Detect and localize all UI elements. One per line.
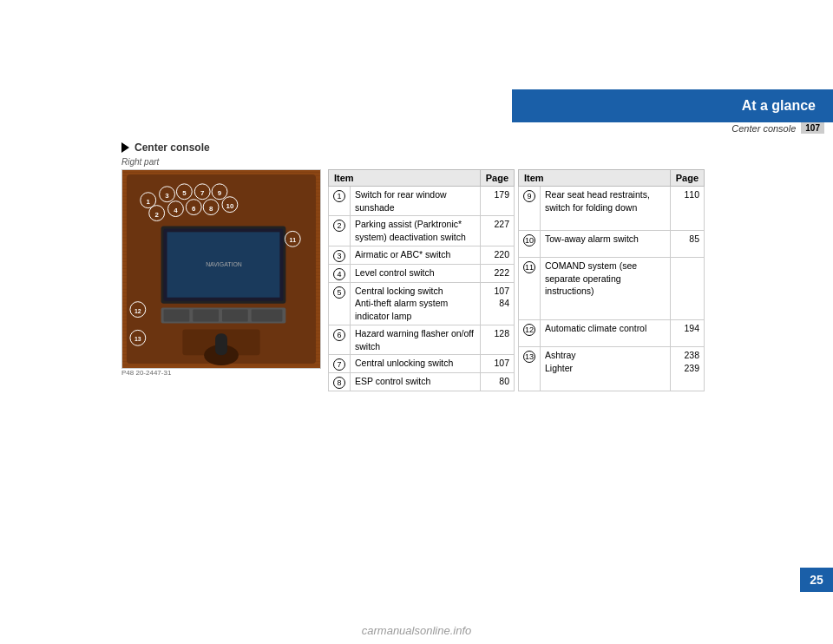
item-num: 5 [333, 286, 345, 299]
item-num: 6 [333, 329, 345, 341]
page-num: 110 [670, 187, 704, 231]
tables-container: Item Page 1 Switch for rear window sunsh… [328, 169, 705, 391]
item-num: 10 [523, 234, 535, 246]
footer-watermark: carmanualsonline.info [362, 624, 471, 637]
table-left: Item Page 1 Switch for rear window sunsh… [328, 169, 515, 391]
svg-text:5: 5 [182, 189, 187, 197]
page-num: 194 [670, 320, 704, 347]
item-text: Central unlocking switch [351, 355, 481, 373]
header-banner: At a glance [512, 89, 833, 122]
svg-text:6: 6 [192, 205, 196, 213]
svg-text:11: 11 [289, 237, 296, 243]
page-num [670, 257, 704, 320]
sub-header-text: Center console [731, 123, 796, 134]
item-text: Hazard warning flasher on/off switch [351, 325, 481, 354]
item-text: Rear seat head restraints, switch for fo… [541, 187, 671, 231]
svg-text:3: 3 [165, 192, 169, 200]
section-heading-text: Center console [134, 141, 210, 154]
table-row: 7 Central unlocking switch 107 [329, 355, 515, 373]
triangle-icon [121, 142, 129, 153]
page-num: 128 [480, 325, 514, 354]
table-row: 13 AshtrayLighter 238239 [519, 347, 705, 391]
item-num: 1 [333, 190, 345, 202]
table-row: 5 Central locking switchAnti-theft alarm… [329, 282, 515, 325]
item-text: Switch for rear window sunshade [351, 187, 481, 216]
item-text: Automatic climate control [541, 320, 671, 347]
page-badge: 25 [800, 568, 833, 592]
sub-header: Center console 107 [512, 122, 833, 134]
item-text: Tow-away alarm switch [541, 230, 671, 257]
table-right-item-header: Item [519, 170, 671, 187]
svg-text:7: 7 [200, 189, 205, 197]
item-text: Airmatic or ABC* switch [351, 246, 481, 264]
item-text: ESP control switch [351, 373, 481, 391]
page-num: 179 [480, 187, 514, 216]
page-num: 227 [480, 216, 514, 246]
svg-text:12: 12 [134, 308, 141, 314]
table-row: 10 Tow-away alarm switch 85 [519, 230, 705, 257]
page-num: 80 [480, 373, 514, 391]
item-num: 9 [523, 190, 535, 202]
item-num: 7 [333, 358, 345, 371]
table-row: 6 Hazard warning flasher on/off switch 1… [329, 325, 515, 354]
item-text: AshtrayLighter [541, 347, 671, 391]
table-left-item-header: Item [329, 170, 481, 187]
page-num: 10784 [480, 282, 514, 325]
item-num: 3 [333, 250, 345, 262]
item-num: 13 [523, 351, 535, 363]
item-num: 12 [523, 324, 535, 336]
table-right: Item Page 9 Rear seat head restraints, s… [518, 169, 705, 391]
page-num: 238239 [670, 347, 704, 391]
svg-rect-35 [252, 310, 283, 322]
svg-text:8: 8 [209, 205, 213, 213]
table-row: 1 Switch for rear window sunshade 179 [329, 187, 515, 216]
svg-text:4: 4 [174, 207, 178, 214]
svg-text:2: 2 [154, 211, 159, 219]
header-title: At a glance [742, 98, 816, 114]
table-row: 9 Rear seat head restraints, switch for … [519, 187, 705, 231]
svg-text:10: 10 [226, 202, 234, 210]
item-num: 2 [333, 220, 345, 232]
page-num: 85 [670, 230, 704, 257]
svg-text:1: 1 [147, 198, 151, 206]
item-text: Central locking switchAnti-theft alarm s… [351, 282, 481, 325]
table-row: 11 COMAND system (see separate operating… [519, 257, 705, 320]
item-num: 4 [333, 268, 345, 280]
item-text: COMAND system (see separate operating in… [541, 257, 671, 320]
table-row: 8 ESP control switch 80 [329, 373, 515, 391]
item-text: Parking assist (Parktronic* system) deac… [351, 216, 481, 246]
table-right-page-header: Page [670, 170, 704, 187]
image-caption: P48 20-2447-31 [121, 369, 171, 377]
svg-rect-42 [215, 333, 227, 355]
page-num: 222 [480, 264, 514, 282]
item-num: 11 [523, 261, 535, 273]
table-left-page-header: Page [480, 170, 514, 187]
svg-rect-34 [222, 310, 248, 322]
table-row: 4 Level control switch 222 [329, 264, 515, 282]
table-row: 12 Automatic climate control 194 [519, 320, 705, 347]
svg-text:13: 13 [134, 336, 141, 342]
section-heading: Center console [121, 141, 210, 154]
page-num: 107 [480, 355, 514, 373]
table-row: 3 Airmatic or ABC* switch 220 [329, 246, 515, 264]
svg-rect-32 [164, 310, 190, 322]
svg-rect-33 [193, 310, 219, 322]
page-num: 220 [480, 246, 514, 264]
image-label: Right part [121, 157, 159, 167]
item-text: Level control switch [351, 264, 481, 282]
item-num: 8 [333, 377, 345, 389]
table-row: 2 Parking assist (Parktronic* system) de… [329, 216, 515, 246]
svg-text:9: 9 [218, 189, 222, 197]
svg-text:NAVIGATION: NAVIGATION [206, 261, 242, 267]
sub-header-badge: 107 [801, 122, 824, 134]
dashboard-image: 1 3 5 7 9 2 4 6 8 10 NAVIGATION [121, 169, 321, 369]
